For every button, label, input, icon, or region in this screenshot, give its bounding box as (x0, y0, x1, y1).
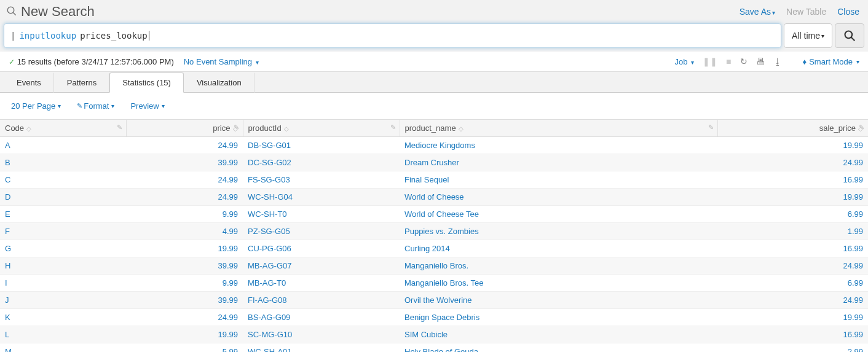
cell-code[interactable]: D (0, 189, 126, 206)
cell-code[interactable]: I (0, 275, 126, 292)
cell-saleprice[interactable]: 24.99 (717, 154, 868, 171)
export-icon[interactable]: ⭳ (773, 57, 782, 66)
run-search-button[interactable] (835, 23, 864, 48)
tab-patterns[interactable]: Patterns (54, 72, 109, 93)
col-header-productname-label: product_name (405, 123, 456, 133)
smart-mode-dropdown[interactable]: ♦ Smart Mode ▾ (803, 57, 859, 66)
pencil-icon[interactable]: ✎ (859, 123, 864, 131)
cell-price[interactable]: 39.99 (126, 154, 243, 171)
cell-code[interactable]: B (0, 154, 126, 171)
cell-code[interactable]: K (0, 309, 126, 326)
pencil-icon[interactable]: ✎ (390, 123, 396, 131)
close-button[interactable]: Close (837, 7, 859, 17)
cell-productid[interactable]: WC-SH-G04 (243, 189, 400, 206)
cell-productname[interactable]: Curling 2014 (400, 240, 717, 257)
cell-code[interactable]: G (0, 240, 126, 257)
cell-productname[interactable]: Dream Crusher (400, 154, 717, 171)
cell-code[interactable]: A (0, 137, 126, 154)
cell-productid[interactable]: BS-AG-G09 (243, 309, 400, 326)
cell-saleprice[interactable]: 24.99 (717, 257, 868, 275)
col-header-productname[interactable]: product_name◇ ✎ (400, 120, 717, 137)
cell-code[interactable]: F (0, 223, 126, 240)
cell-productid[interactable]: FI-AG-G08 (243, 292, 400, 309)
cell-price[interactable]: 24.99 (126, 189, 243, 206)
cell-productname[interactable]: Holy Blade of Gouda (400, 343, 717, 353)
cell-price[interactable]: 9.99 (126, 275, 243, 292)
cell-price[interactable]: 9.99 (126, 206, 243, 223)
per-page-dropdown[interactable]: 20 Per Page▾ (11, 101, 61, 111)
tab-events[interactable]: Events (4, 72, 54, 93)
pencil-icon[interactable]: ✎ (234, 123, 239, 131)
cell-price[interactable]: 24.99 (126, 171, 243, 189)
chevron-down-icon: ▾ (821, 33, 824, 39)
reload-icon[interactable]: ↻ (740, 57, 748, 66)
tab-visualization[interactable]: Visualization (184, 72, 254, 93)
cell-saleprice[interactable]: 6.99 (717, 275, 868, 292)
cell-code[interactable]: E (0, 206, 126, 223)
cell-productname[interactable]: Mediocre Kingdoms (400, 137, 717, 154)
table-body: A24.99DB-SG-G01Mediocre Kingdoms19.99B39… (0, 137, 868, 353)
search-input[interactable]: | inputlookup prices_lookup (4, 23, 781, 48)
cell-saleprice[interactable]: 1.99 (717, 223, 868, 240)
cell-productid[interactable]: MB-AG-G07 (243, 257, 400, 275)
cell-productid[interactable]: SC-MG-G10 (243, 326, 400, 343)
cell-price[interactable]: 19.99 (126, 240, 243, 257)
pencil-icon[interactable]: ✎ (708, 123, 714, 131)
cell-saleprice[interactable]: 16.99 (717, 326, 868, 343)
cell-productname[interactable]: World of Cheese (400, 189, 717, 206)
cell-price[interactable]: 5.99 (126, 343, 243, 353)
cell-saleprice[interactable]: 16.99 (717, 240, 868, 257)
format-dropdown[interactable]: ✎Format▾ (77, 101, 114, 111)
job-dropdown[interactable]: Job ▾ (674, 57, 694, 66)
tab-statistics[interactable]: Statistics (15) (109, 72, 184, 93)
col-header-price[interactable]: price◇ ✎ (126, 120, 243, 137)
col-header-productid[interactable]: productId◇ ✎ (243, 120, 400, 137)
col-header-code[interactable]: Code◇ ✎ (0, 120, 126, 137)
cell-saleprice[interactable]: 24.99 (717, 292, 868, 309)
cell-productname[interactable]: Benign Space Debris (400, 309, 717, 326)
cell-price[interactable]: 39.99 (126, 257, 243, 275)
time-range-picker[interactable]: All time▾ (784, 23, 832, 48)
cell-productname[interactable]: Puppies vs. Zombies (400, 223, 717, 240)
cell-productname[interactable]: World of Cheese Tee (400, 206, 717, 223)
save-as-button[interactable]: Save As▾ (740, 7, 775, 17)
cell-price[interactable]: 24.99 (126, 137, 243, 154)
pencil-icon[interactable]: ✎ (117, 123, 122, 131)
cell-price[interactable]: 4.99 (126, 223, 243, 240)
preview-dropdown[interactable]: Preview▾ (130, 101, 164, 111)
cell-productid[interactable]: PZ-SG-G05 (243, 223, 400, 240)
cell-code[interactable]: J (0, 292, 126, 309)
status-result-text: 15 results (before 3/24/17 12:57:06.000 … (17, 57, 174, 66)
cell-productname[interactable]: Manganiello Bros. (400, 257, 717, 275)
cell-saleprice[interactable]: 19.99 (717, 189, 868, 206)
cell-saleprice[interactable]: 19.99 (717, 309, 868, 326)
cell-productname[interactable]: SIM Cubicle (400, 326, 717, 343)
cell-productname[interactable]: Orvil the Wolverine (400, 292, 717, 309)
cell-saleprice[interactable]: 2.99 (717, 343, 868, 353)
cell-code[interactable]: C (0, 171, 126, 189)
job-label: Job (674, 57, 687, 66)
cell-productid[interactable]: DB-SG-G01 (243, 137, 400, 154)
cell-saleprice[interactable]: 6.99 (717, 206, 868, 223)
cell-price[interactable]: 24.99 (126, 309, 243, 326)
print-icon[interactable]: 🖶 (756, 57, 765, 66)
cell-price[interactable]: 19.99 (126, 326, 243, 343)
cell-productid[interactable]: WC-SH-T0 (243, 206, 400, 223)
cell-code[interactable]: M (0, 343, 126, 353)
cell-productid[interactable]: FS-SG-G03 (243, 171, 400, 189)
cell-saleprice[interactable]: 19.99 (717, 137, 868, 154)
col-header-saleprice[interactable]: sale_price◇ ✎ (717, 120, 868, 137)
cell-productname[interactable]: Final Sequel (400, 171, 717, 189)
cell-code[interactable]: L (0, 326, 126, 343)
svg-point-2 (845, 31, 853, 39)
cell-productid[interactable]: DC-SG-G02 (243, 154, 400, 171)
cell-saleprice[interactable]: 16.99 (717, 171, 868, 189)
col-header-saleprice-label: sale_price (819, 123, 856, 133)
cell-productname[interactable]: Manganiello Bros. Tee (400, 275, 717, 292)
cell-productid[interactable]: MB-AG-T0 (243, 275, 400, 292)
cell-price[interactable]: 39.99 (126, 292, 243, 309)
cell-productid[interactable]: CU-PG-G06 (243, 240, 400, 257)
cell-productid[interactable]: WC-SH-A01 (243, 343, 400, 353)
cell-code[interactable]: H (0, 257, 126, 275)
event-sampling-dropdown[interactable]: No Event Sampling ▾ (184, 57, 259, 66)
